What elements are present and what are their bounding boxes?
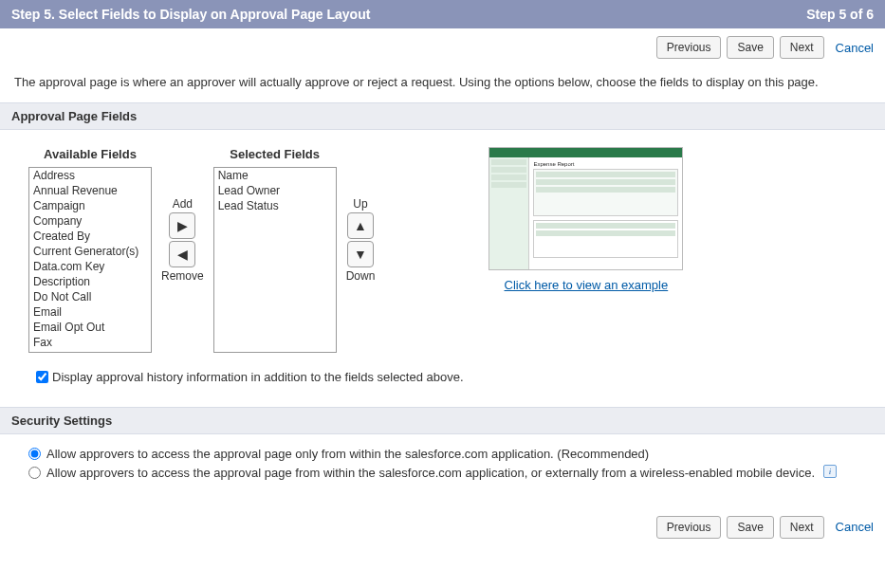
arrow-right-icon: ▶ xyxy=(177,218,188,233)
bottom-button-bar: Previous Save Next Cancel xyxy=(0,508,885,546)
add-remove-controls: Add ▶ ◀ Remove xyxy=(161,147,204,333)
next-button-bottom[interactable]: Next xyxy=(780,516,824,539)
step-indicator: Step 5 of 6 xyxy=(806,7,874,22)
section-security-body: Allow approvers to access the approval p… xyxy=(0,434,885,507)
display-history-label[interactable]: Display approval history information in … xyxy=(52,370,464,384)
list-item[interactable]: Email xyxy=(29,304,151,320)
down-button[interactable]: ▼ xyxy=(347,241,374,267)
step-title: Step 5. Select Fields to Display on Appr… xyxy=(11,7,370,22)
add-label: Add xyxy=(173,197,193,211)
arrow-left-icon: ◀ xyxy=(177,247,188,262)
security-option1-label[interactable]: Allow approvers to access the approval p… xyxy=(46,446,649,463)
list-item[interactable]: Name xyxy=(214,168,336,183)
example-thumbnail[interactable]: Expense Report xyxy=(489,147,683,270)
top-button-bar: Previous Save Next Cancel xyxy=(0,28,885,66)
remove-label: Remove xyxy=(161,269,204,283)
list-item[interactable]: Campaign xyxy=(29,198,151,213)
previous-button-bottom[interactable]: Previous xyxy=(656,516,722,539)
list-item[interactable]: Lead Status xyxy=(214,198,336,213)
list-item[interactable]: Email Opt Out xyxy=(29,320,151,335)
available-fields-list[interactable]: AddressAnnual RevenueCampaignCompanyCrea… xyxy=(28,167,152,353)
list-item[interactable]: Annual Revenue xyxy=(29,183,151,198)
instructions-text: The approval page is where an approver w… xyxy=(0,66,885,102)
selected-fields-label: Selected Fields xyxy=(230,147,320,161)
section-approval-fields-header: Approval Page Fields xyxy=(0,102,885,130)
list-item[interactable]: Company xyxy=(29,213,151,229)
up-label: Up xyxy=(353,197,367,211)
list-item[interactable]: Lead Owner xyxy=(214,183,336,198)
arrow-up-icon: ▲ xyxy=(354,218,367,233)
list-item[interactable]: Current Generator(s) xyxy=(29,244,151,259)
display-history-checkbox[interactable] xyxy=(36,371,48,383)
selected-fields-list[interactable]: NameLead OwnerLead Status xyxy=(213,167,337,353)
example-link[interactable]: Click here to view an example xyxy=(505,278,669,292)
down-label: Down xyxy=(346,269,376,283)
available-fields-column: Available Fields AddressAnnual RevenueCa… xyxy=(28,147,152,353)
available-fields-label: Available Fields xyxy=(44,147,137,161)
info-icon[interactable]: i xyxy=(823,465,837,478)
remove-button[interactable]: ◀ xyxy=(169,241,195,267)
selected-fields-column: Selected Fields NameLead OwnerLead Statu… xyxy=(213,147,337,353)
wizard-step-header: Step 5. Select Fields to Display on Appr… xyxy=(0,0,885,28)
list-item[interactable]: Description xyxy=(29,274,151,289)
section-security-header: Security Settings xyxy=(0,407,885,434)
security-option2-radio[interactable] xyxy=(28,467,41,479)
example-block: Expense Report Click here to view an exa… xyxy=(489,147,683,292)
list-item[interactable]: Data.com Key xyxy=(29,259,151,274)
cancel-link-bottom[interactable]: Cancel xyxy=(836,520,874,534)
security-option2-label[interactable]: Allow approvers to access the approval p… xyxy=(46,465,815,482)
save-button[interactable]: Save xyxy=(727,36,773,59)
cancel-link[interactable]: Cancel xyxy=(836,41,874,55)
list-item[interactable]: Fax Opt Out xyxy=(29,350,151,353)
arrow-down-icon: ▼ xyxy=(354,247,367,262)
add-button[interactable]: ▶ xyxy=(169,212,195,239)
up-down-controls: Up ▲ ▼ Down xyxy=(346,147,376,333)
previous-button[interactable]: Previous xyxy=(656,36,722,59)
next-button[interactable]: Next xyxy=(780,36,824,59)
save-button-bottom[interactable]: Save xyxy=(727,516,773,539)
list-item[interactable]: Created By xyxy=(29,229,151,244)
list-item[interactable]: Fax xyxy=(29,335,151,350)
up-button[interactable]: ▲ xyxy=(347,212,374,239)
security-option1-radio[interactable] xyxy=(28,448,41,460)
list-item[interactable]: Address xyxy=(29,168,151,183)
list-item[interactable]: Do Not Call xyxy=(29,289,151,304)
section-approval-fields-body: Available Fields AddressAnnual RevenueCa… xyxy=(0,130,885,407)
